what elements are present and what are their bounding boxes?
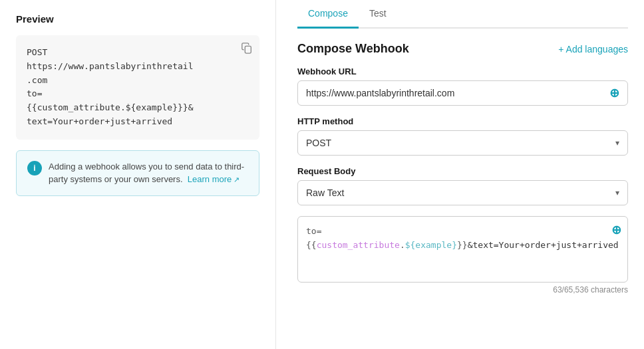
add-languages-button[interactable]: + Add languages	[558, 44, 628, 55]
webhook-url-add-icon[interactable]: ⊕	[609, 86, 619, 100]
request-body-group: Request Body Raw Text ▾	[297, 166, 628, 205]
http-method-value: POST	[306, 131, 615, 155]
info-icon: i	[27, 161, 42, 175]
body-suffix: &text=Your+order+just+arrived	[468, 240, 619, 250]
http-method-select[interactable]: POST ▾	[297, 130, 628, 156]
section-header: Compose Webhook + Add languages	[297, 42, 628, 56]
request-body-label: Request Body	[297, 166, 628, 176]
right-panel: Compose Test Compose Webhook + Add langu…	[276, 0, 644, 349]
body-editor-wrapper: to={{custom_attribute.${example}}}&text=…	[297, 216, 628, 283]
info-text: Adding a webhook allows you to send data…	[49, 160, 248, 186]
section-title: Compose Webhook	[297, 42, 409, 56]
preview-box: POST https://www.pantslabyrinthretail .c…	[16, 35, 259, 140]
tab-compose[interactable]: Compose	[297, 0, 359, 29]
learn-more-link[interactable]: Learn more	[188, 174, 240, 184]
tabs: Compose Test	[297, 0, 628, 29]
webhook-url-group: Webhook URL ⊕	[297, 66, 628, 106]
copy-icon[interactable]	[241, 42, 253, 59]
info-box: i Adding a webhook allows you to send da…	[16, 150, 259, 196]
svg-rect-0	[245, 46, 251, 53]
http-method-group: HTTP method POST ▾	[297, 116, 628, 156]
char-count: 63/65,536 characters	[297, 285, 628, 294]
request-body-select[interactable]: Raw Text ▾	[297, 180, 628, 205]
http-method-label: HTTP method	[297, 116, 628, 126]
request-body-chevron-icon: ▾	[615, 188, 619, 197]
body-add-icon[interactable]: ⊕	[611, 223, 621, 237]
body-editor[interactable]: to={{custom_attribute.${example}}}&text=…	[297, 216, 628, 283]
request-body-value: Raw Text	[306, 181, 615, 205]
preview-title: Preview	[16, 13, 259, 25]
body-attr-purple: custom_attribute	[317, 240, 400, 250]
body-attr-green: ${example}	[405, 240, 457, 250]
webhook-url-input-wrapper: ⊕	[297, 80, 628, 106]
left-panel: Preview POST https://www.pantslabyrinthr…	[0, 0, 276, 349]
webhook-url-label: Webhook URL	[297, 66, 628, 76]
tab-test[interactable]: Test	[359, 0, 397, 29]
webhook-url-input[interactable]	[306, 81, 609, 105]
preview-code: POST https://www.pantslabyrinthretail .c…	[27, 46, 233, 129]
http-method-chevron-icon: ▾	[615, 138, 619, 148]
